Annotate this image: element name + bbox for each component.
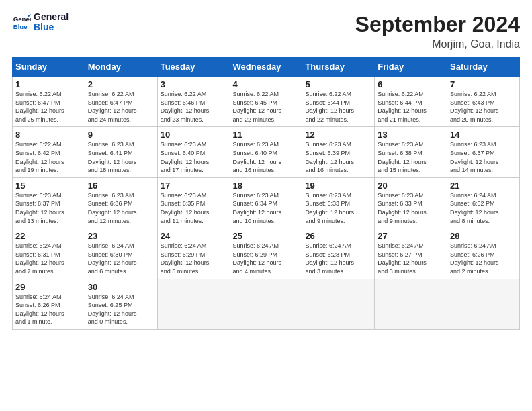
calendar-body: 1Sunrise: 6:22 AM Sunset: 6:47 PM Daylig… (13, 77, 520, 330)
week-row-4: 22Sunrise: 6:24 AM Sunset: 6:31 PM Dayli… (13, 228, 520, 279)
day-number: 25 (233, 231, 300, 241)
day-number: 20 (378, 181, 444, 191)
day-number: 28 (450, 231, 517, 241)
day-cell: 29Sunrise: 6:24 AM Sunset: 6:26 PM Dayli… (13, 279, 85, 329)
day-cell: 3Sunrise: 6:22 AM Sunset: 6:46 PM Daylig… (157, 77, 230, 127)
day-info: Sunrise: 6:22 AM Sunset: 6:42 PM Dayligh… (15, 140, 82, 174)
header-cell-thursday: Thursday (302, 58, 375, 77)
day-number: 16 (88, 181, 154, 191)
header-cell-sunday: Sunday (13, 58, 85, 77)
logo-blue: Blue (34, 22, 69, 32)
day-info: Sunrise: 6:22 AM Sunset: 6:45 PM Dayligh… (233, 90, 300, 124)
day-info: Sunrise: 6:24 AM Sunset: 6:27 PM Dayligh… (378, 242, 444, 275)
day-cell: 11Sunrise: 6:23 AM Sunset: 6:40 PM Dayli… (230, 127, 302, 177)
day-number: 23 (88, 231, 154, 241)
day-info: Sunrise: 6:24 AM Sunset: 6:26 PM Dayligh… (15, 293, 82, 326)
day-number: 27 (378, 231, 444, 241)
day-info: Sunrise: 6:24 AM Sunset: 6:28 PM Dayligh… (305, 242, 371, 275)
day-cell: 4Sunrise: 6:22 AM Sunset: 6:45 PM Daylig… (230, 77, 302, 127)
day-cell: 16Sunrise: 6:23 AM Sunset: 6:36 PM Dayli… (85, 177, 157, 228)
day-info: Sunrise: 6:22 AM Sunset: 6:44 PM Dayligh… (378, 90, 444, 124)
day-info: Sunrise: 6:23 AM Sunset: 6:39 PM Dayligh… (305, 140, 371, 174)
month-title: September 2024 (355, 12, 520, 37)
day-info: Sunrise: 6:23 AM Sunset: 6:37 PM Dayligh… (15, 191, 82, 225)
day-cell (375, 279, 447, 329)
day-info: Sunrise: 6:23 AM Sunset: 6:35 PM Dayligh… (161, 191, 227, 225)
header-cell-saturday: Saturday (447, 58, 520, 77)
day-number: 15 (15, 181, 82, 191)
day-info: Sunrise: 6:23 AM Sunset: 6:40 PM Dayligh… (161, 140, 227, 174)
day-number: 12 (305, 130, 371, 140)
day-number: 4 (233, 79, 300, 89)
day-number: 11 (233, 130, 300, 140)
svg-text:Blue: Blue (13, 23, 28, 30)
day-info: Sunrise: 6:22 AM Sunset: 6:47 PM Dayligh… (88, 90, 154, 124)
day-cell: 17Sunrise: 6:23 AM Sunset: 6:35 PM Dayli… (157, 177, 230, 228)
page: General Blue General Blue September 2024… (0, 0, 532, 411)
day-cell: 15Sunrise: 6:23 AM Sunset: 6:37 PM Dayli… (13, 177, 85, 228)
day-number: 26 (305, 231, 371, 241)
day-cell: 8Sunrise: 6:22 AM Sunset: 6:42 PM Daylig… (13, 127, 85, 177)
location-title: Morjim, Goa, India (355, 38, 520, 50)
day-cell: 7Sunrise: 6:22 AM Sunset: 6:43 PM Daylig… (447, 77, 520, 127)
day-number: 10 (161, 130, 227, 140)
day-cell: 9Sunrise: 6:23 AM Sunset: 6:41 PM Daylig… (85, 127, 157, 177)
day-cell: 18Sunrise: 6:23 AM Sunset: 6:34 PM Dayli… (230, 177, 302, 228)
day-number: 1 (15, 79, 82, 89)
logo: General Blue General Blue (12, 12, 69, 33)
day-cell: 10Sunrise: 6:23 AM Sunset: 6:40 PM Dayli… (157, 127, 230, 177)
day-number: 2 (88, 79, 154, 89)
header: General Blue General Blue September 2024… (12, 12, 520, 50)
day-number: 14 (450, 130, 517, 140)
day-info: Sunrise: 6:24 AM Sunset: 6:25 PM Dayligh… (88, 293, 154, 326)
day-info: Sunrise: 6:22 AM Sunset: 6:44 PM Dayligh… (305, 90, 371, 124)
day-info: Sunrise: 6:24 AM Sunset: 6:26 PM Dayligh… (450, 242, 517, 275)
day-cell: 30Sunrise: 6:24 AM Sunset: 6:25 PM Dayli… (85, 279, 157, 329)
day-info: Sunrise: 6:23 AM Sunset: 6:36 PM Dayligh… (88, 191, 154, 225)
day-number: 21 (450, 181, 517, 191)
day-info: Sunrise: 6:23 AM Sunset: 6:41 PM Dayligh… (88, 140, 154, 174)
week-row-3: 15Sunrise: 6:23 AM Sunset: 6:37 PM Dayli… (13, 177, 520, 228)
title-block: September 2024 Morjim, Goa, India (355, 12, 520, 50)
day-cell: 6Sunrise: 6:22 AM Sunset: 6:44 PM Daylig… (375, 77, 447, 127)
day-number: 17 (161, 181, 227, 191)
day-cell (302, 279, 375, 329)
header-cell-tuesday: Tuesday (157, 58, 230, 77)
day-info: Sunrise: 6:23 AM Sunset: 6:40 PM Dayligh… (233, 140, 300, 174)
day-cell (447, 279, 520, 329)
logo-icon: General Blue (12, 13, 31, 32)
day-info: Sunrise: 6:22 AM Sunset: 6:43 PM Dayligh… (450, 90, 517, 124)
day-cell: 19Sunrise: 6:23 AM Sunset: 6:33 PM Dayli… (302, 177, 375, 228)
day-cell: 12Sunrise: 6:23 AM Sunset: 6:39 PM Dayli… (302, 127, 375, 177)
day-cell: 21Sunrise: 6:24 AM Sunset: 6:32 PM Dayli… (447, 177, 520, 228)
week-row-5: 29Sunrise: 6:24 AM Sunset: 6:26 PM Dayli… (13, 279, 520, 329)
day-cell: 26Sunrise: 6:24 AM Sunset: 6:28 PM Dayli… (302, 228, 375, 279)
day-cell: 22Sunrise: 6:24 AM Sunset: 6:31 PM Dayli… (13, 228, 85, 279)
day-info: Sunrise: 6:23 AM Sunset: 6:37 PM Dayligh… (450, 140, 517, 174)
day-info: Sunrise: 6:22 AM Sunset: 6:46 PM Dayligh… (161, 90, 227, 124)
day-cell: 14Sunrise: 6:23 AM Sunset: 6:37 PM Dayli… (447, 127, 520, 177)
day-number: 24 (161, 231, 227, 241)
day-number: 29 (15, 282, 82, 292)
day-number: 22 (15, 231, 82, 241)
day-number: 30 (88, 282, 154, 292)
day-cell: 25Sunrise: 6:24 AM Sunset: 6:29 PM Dayli… (230, 228, 302, 279)
calendar-table: SundayMondayTuesdayWednesdayThursdayFrid… (12, 57, 520, 330)
day-info: Sunrise: 6:24 AM Sunset: 6:32 PM Dayligh… (450, 191, 517, 225)
day-number: 19 (305, 181, 371, 191)
day-number: 18 (233, 181, 300, 191)
day-number: 3 (161, 79, 227, 89)
day-info: Sunrise: 6:23 AM Sunset: 6:34 PM Dayligh… (233, 191, 300, 225)
day-info: Sunrise: 6:24 AM Sunset: 6:29 PM Dayligh… (161, 242, 227, 275)
day-cell: 27Sunrise: 6:24 AM Sunset: 6:27 PM Dayli… (375, 228, 447, 279)
day-number: 8 (15, 130, 82, 140)
day-cell: 2Sunrise: 6:22 AM Sunset: 6:47 PM Daylig… (85, 77, 157, 127)
day-cell: 28Sunrise: 6:24 AM Sunset: 6:26 PM Dayli… (447, 228, 520, 279)
day-info: Sunrise: 6:23 AM Sunset: 6:33 PM Dayligh… (378, 191, 444, 225)
day-number: 5 (305, 79, 371, 89)
day-cell: 24Sunrise: 6:24 AM Sunset: 6:29 PM Dayli… (157, 228, 230, 279)
day-cell: 13Sunrise: 6:23 AM Sunset: 6:38 PM Dayli… (375, 127, 447, 177)
day-cell (230, 279, 302, 329)
day-info: Sunrise: 6:24 AM Sunset: 6:31 PM Dayligh… (15, 242, 82, 275)
week-row-1: 1Sunrise: 6:22 AM Sunset: 6:47 PM Daylig… (13, 77, 520, 127)
